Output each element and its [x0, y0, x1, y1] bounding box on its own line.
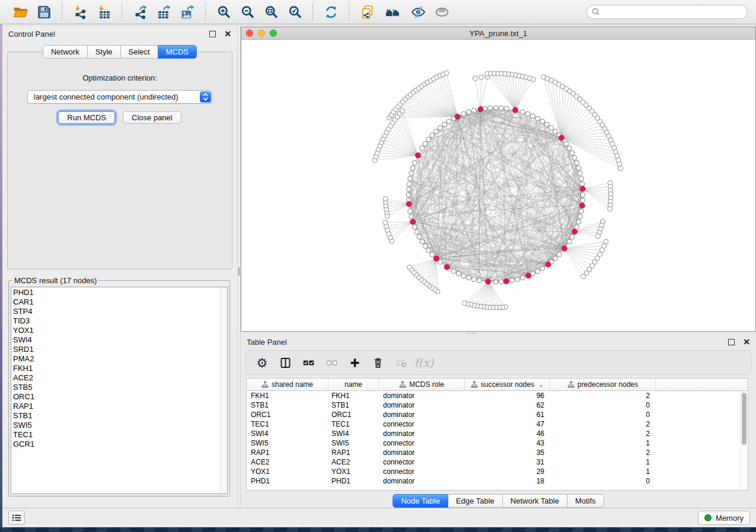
table-row[interactable]: ORC1ORC1dominator610 — [247, 410, 748, 419]
table-cell[interactable]: 0 — [550, 410, 656, 419]
table-settings-icon[interactable]: ⚙ — [256, 356, 269, 369]
table-cell[interactable]: 2 — [550, 419, 656, 429]
column-header-shared-name[interactable]: shared name — [247, 379, 328, 390]
zoom-in-icon[interactable] — [215, 3, 232, 21]
table-cell[interactable]: dominator — [379, 410, 465, 419]
table-row[interactable]: PHD1PHD1dominator180 — [247, 476, 748, 486]
table-cell[interactable]: dominator — [379, 391, 465, 400]
table-cell[interactable]: connector — [379, 457, 465, 467]
table-cell[interactable]: YOX1 — [247, 467, 328, 476]
close-panel-button[interactable]: Close panel — [123, 111, 181, 124]
network-view[interactable] — [241, 40, 755, 331]
table-cell[interactable]: PHD1 — [247, 476, 328, 486]
mcds-result-listbox[interactable]: PHD1CAR1STP4TID3YOX1SWI4SRD1PMA2FKH1ACE2… — [11, 287, 228, 494]
tab-motifs[interactable]: Motifs — [567, 494, 604, 508]
table-cell[interactable]: ORC1 — [328, 410, 379, 419]
optimization-criterion-select[interactable]: largest connected component (undirected) — [27, 90, 212, 104]
mcds-result-item[interactable]: CAR1 — [13, 297, 227, 307]
import-table-icon[interactable] — [95, 3, 113, 21]
mcds-result-item[interactable]: SWI4 — [13, 335, 227, 345]
mcds-result-item[interactable]: RAP1 — [13, 402, 227, 411]
table-cell[interactable]: 62 — [465, 400, 550, 410]
table-vertical-scrollbar[interactable] — [740, 391, 748, 490]
zoom-fit-icon[interactable] — [262, 3, 280, 21]
tab-network-table[interactable]: Network Table — [502, 494, 567, 508]
column-header-successor-nodes[interactable]: successor nodes⌄ — [465, 379, 550, 390]
table-cell[interactable]: FKH1 — [247, 391, 328, 400]
table-cell[interactable]: 61 — [465, 410, 550, 419]
table-cell[interactable]: 0 — [550, 400, 656, 410]
mcds-result-item[interactable]: GCR1 — [13, 440, 227, 449]
close-panel-icon[interactable]: ✕ — [224, 31, 231, 37]
tab-select[interactable]: Select — [120, 45, 158, 59]
mcds-result-item[interactable]: STB5 — [13, 383, 227, 392]
table-cell[interactable]: 96 — [465, 391, 550, 400]
table-cell[interactable]: 35 — [465, 448, 550, 457]
table-row[interactable]: YOX1YOX1connector291 — [247, 467, 748, 476]
table-cell[interactable]: STB1 — [328, 400, 379, 410]
table-cell[interactable]: 18 — [465, 476, 550, 486]
mcds-result-item[interactable]: STB1 — [13, 411, 227, 421]
export-table-icon[interactable] — [155, 3, 173, 21]
network-overview-houses-icon[interactable] — [382, 3, 403, 21]
mcds-result-item[interactable]: SRD1 — [13, 345, 227, 354]
table-cell[interactable]: TEC1 — [247, 419, 328, 429]
table-cell[interactable]: SWI4 — [328, 429, 379, 438]
table-cell[interactable]: 47 — [465, 419, 550, 429]
select-all-icon[interactable] — [302, 356, 315, 369]
table-row[interactable]: ACE2ACE2connector311 — [247, 457, 748, 467]
mcds-result-item[interactable]: STP4 — [13, 307, 227, 316]
mcds-result-item[interactable]: PMA2 — [13, 354, 227, 364]
node-table[interactable]: shared namenameMCDS rolesuccessor nodes⌄… — [246, 378, 748, 491]
table-cell[interactable]: YOX1 — [328, 467, 379, 476]
table-cell[interactable]: 2 — [550, 391, 656, 400]
mcds-result-item[interactable]: TEC1 — [13, 430, 227, 440]
mcds-result-item[interactable]: ACE2 — [13, 373, 227, 383]
table-cell[interactable]: 1 — [550, 457, 656, 467]
table-cell[interactable]: connector — [379, 419, 465, 429]
refresh-layout-icon[interactable] — [322, 3, 340, 21]
float-panel-icon[interactable] — [209, 31, 216, 37]
table-cell[interactable]: TEC1 — [328, 419, 379, 429]
mcds-result-item[interactable]: FKH1 — [13, 364, 227, 373]
table-cell[interactable]: STB1 — [247, 400, 328, 410]
table-cell[interactable]: connector — [379, 438, 465, 448]
export-network-icon[interactable] — [131, 3, 149, 21]
table-cell[interactable]: dominator — [379, 429, 465, 438]
table-cell[interactable]: dominator — [379, 476, 465, 486]
export-image-icon[interactable] — [178, 3, 196, 21]
mcds-result-item[interactable]: SWI5 — [13, 421, 227, 430]
network-frame-titlebar[interactable]: YPA_prune.txt_1 — [241, 27, 755, 40]
tab-node-table[interactable]: Node Table — [393, 494, 448, 508]
table-cell[interactable]: SWI5 — [328, 438, 379, 448]
column-header-name[interactable]: name — [328, 379, 379, 390]
tab-network[interactable]: Network — [43, 45, 88, 59]
mcds-result-item[interactable]: YOX1 — [13, 326, 227, 335]
run-mcds-button[interactable]: Run MCDS — [58, 111, 115, 124]
zoom-out-icon[interactable] — [238, 3, 256, 21]
table-row[interactable]: SWI5SWI5connector431 — [247, 438, 748, 448]
table-row[interactable]: SWI4SWI4dominator462 — [247, 429, 748, 438]
mcds-result-item[interactable]: PHD1 — [13, 288, 227, 297]
table-cell[interactable]: ORC1 — [247, 410, 328, 419]
save-session-icon[interactable] — [35, 3, 53, 21]
table-cell[interactable]: dominator — [379, 400, 465, 410]
scrollbar-thumb[interactable] — [742, 393, 747, 445]
search-box[interactable] — [586, 5, 748, 19]
import-network-icon[interactable] — [71, 3, 89, 21]
zoom-selected-icon[interactable] — [286, 3, 304, 21]
table-cell[interactable]: 31 — [465, 457, 550, 467]
add-column-icon[interactable] — [348, 356, 361, 369]
table-row[interactable]: STB1STB1dominator620 — [247, 400, 748, 410]
table-cell[interactable]: FKH1 — [328, 391, 379, 400]
table-cell[interactable]: RAP1 — [328, 448, 379, 457]
table-cell[interactable]: ACE2 — [247, 457, 328, 467]
column-header-MCDS-role[interactable]: MCDS role — [379, 379, 465, 390]
close-table-panel-icon[interactable]: ✕ — [743, 339, 750, 345]
table-cell[interactable]: connector — [379, 467, 465, 476]
mcds-result-item[interactable]: TID3 — [13, 316, 227, 326]
show-columns-icon[interactable] — [279, 356, 292, 369]
table-row[interactable]: FKH1FKH1dominator962 — [247, 391, 748, 400]
mcds-list-scrollbar[interactable] — [220, 287, 227, 493]
memory-button[interactable]: Memory — [698, 511, 750, 525]
